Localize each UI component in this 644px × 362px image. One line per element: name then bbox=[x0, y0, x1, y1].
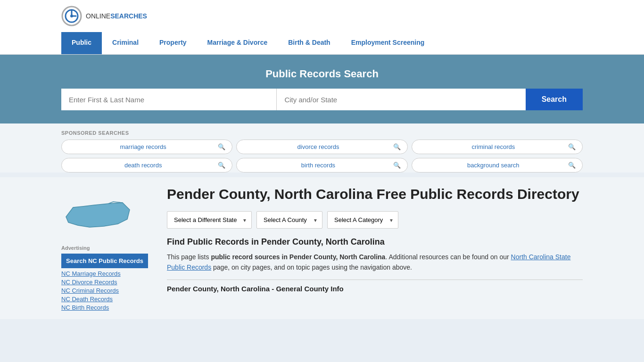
dropdowns-row: Select a Different State Select A County… bbox=[167, 211, 583, 229]
county-dropdown-wrap: Select A County bbox=[256, 211, 322, 229]
search-icon-marriage: 🔍 bbox=[218, 143, 225, 150]
header: ONLINESEARCHES bbox=[0, 0, 644, 32]
sidebar-advertising-label: Advertising bbox=[61, 245, 148, 251]
nav-item-marriage-divorce[interactable]: Marriage & Divorce bbox=[197, 32, 278, 54]
search-name-input[interactable] bbox=[61, 89, 276, 110]
search-button[interactable]: Search bbox=[526, 89, 583, 110]
sponsored-pill-death[interactable]: death records 🔍 bbox=[61, 158, 232, 173]
sponsored-grid: marriage records 🔍 divorce records 🔍 cri… bbox=[61, 140, 583, 173]
sponsored-pill-marriage[interactable]: marriage records 🔍 bbox=[61, 140, 232, 154]
section-divider bbox=[167, 280, 583, 280]
nav-item-property[interactable]: Property bbox=[149, 32, 197, 54]
search-icon-background: 🔍 bbox=[568, 162, 576, 169]
main-content: Pender County, North Carolina Free Publi… bbox=[156, 177, 583, 319]
nav-item-criminal[interactable]: Criminal bbox=[102, 32, 149, 54]
hero-section: Public Records Search Search bbox=[0, 55, 644, 123]
county-hero: Pender County, North Carolina Free Publi… bbox=[167, 186, 583, 203]
search-icon-death: 🔍 bbox=[218, 162, 225, 169]
county-title: Pender County, North Carolina Free Publi… bbox=[167, 186, 579, 203]
svg-point-2 bbox=[70, 15, 73, 17]
nav-item-birth-death[interactable]: Birth & Death bbox=[278, 32, 340, 54]
search-row: Search bbox=[61, 89, 583, 110]
logo: ONLINESEARCHES bbox=[61, 6, 147, 26]
main-nav: Public Criminal Property Marriage & Divo… bbox=[0, 32, 644, 55]
records-description: This page lists public record sources in… bbox=[167, 252, 583, 273]
sponsored-label: SPONSORED SEARCHES bbox=[61, 130, 583, 136]
nav-item-public[interactable]: Public bbox=[61, 32, 102, 54]
sidebar-link-marriage[interactable]: NC Marriage Records bbox=[61, 270, 148, 277]
state-dropdown[interactable]: Select a Different State bbox=[167, 211, 252, 229]
sidebar-link-criminal[interactable]: NC Criminal Records bbox=[61, 287, 148, 294]
search-icon-divorce: 🔍 bbox=[393, 143, 401, 150]
county-dropdown[interactable]: Select A County bbox=[256, 211, 322, 229]
sidebar-link-divorce[interactable]: NC Divorce Records bbox=[61, 279, 148, 286]
hero-title: Public Records Search bbox=[61, 68, 583, 80]
sponsored-pill-birth[interactable]: birth records 🔍 bbox=[236, 158, 407, 173]
sponsored-pill-criminal[interactable]: criminal records 🔍 bbox=[412, 140, 583, 154]
search-icon-criminal: 🔍 bbox=[568, 143, 576, 150]
category-dropdown-wrap: Select A Category bbox=[327, 211, 398, 229]
sidebar-link-birth[interactable]: NC Birth Records bbox=[61, 304, 148, 311]
sidebar: Advertising Search NC Public Records NC … bbox=[61, 177, 156, 319]
sponsored-pill-divorce[interactable]: divorce records 🔍 bbox=[236, 140, 407, 154]
nc-map-image bbox=[61, 189, 132, 240]
state-dropdown-wrap: Select a Different State bbox=[167, 211, 252, 229]
search-icon-birth: 🔍 bbox=[393, 162, 401, 169]
content-wrap: Advertising Search NC Public Records NC … bbox=[0, 177, 644, 319]
category-dropdown[interactable]: Select A Category bbox=[327, 211, 398, 229]
nav-item-employment[interactable]: Employment Screening bbox=[341, 32, 435, 54]
logo-text: ONLINESEARCHES bbox=[86, 12, 147, 20]
general-info-title: Pender County, North Carolina - General … bbox=[167, 285, 583, 293]
sponsored-section: SPONSORED SEARCHES marriage records 🔍 di… bbox=[0, 123, 644, 173]
logo-icon bbox=[61, 6, 82, 26]
search-location-input[interactable] bbox=[276, 89, 525, 110]
sidebar-link-death[interactable]: NC Death Records bbox=[61, 296, 148, 303]
sidebar-highlight-link[interactable]: Search NC Public Records bbox=[61, 254, 148, 268]
sponsored-pill-background[interactable]: background search 🔍 bbox=[412, 158, 583, 173]
find-records-title: Find Public Records in Pender County, No… bbox=[167, 237, 583, 247]
